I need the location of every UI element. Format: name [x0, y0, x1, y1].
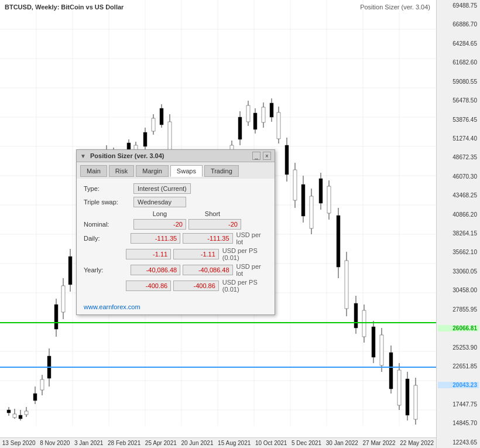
- svg-rect-118: [362, 310, 366, 337]
- dialog-tabs: Main Risk Margin Swaps Trading: [77, 162, 275, 179]
- svg-rect-128: [406, 379, 409, 415]
- price-tick: 35662.10: [438, 249, 479, 255]
- svg-rect-68: [160, 108, 163, 125]
- yearly-sub-short: -400.86: [173, 281, 219, 291]
- date-tick: 3 Jan 2021: [74, 440, 104, 446]
- nominal-label: Nominal:: [84, 221, 133, 228]
- yearly-label: Yearly:: [84, 266, 131, 273]
- svg-rect-100: [285, 145, 289, 175]
- svg-rect-124: [389, 353, 393, 389]
- price-tick: 61682.60: [438, 59, 479, 66]
- svg-rect-116: [354, 303, 358, 328]
- svg-rect-32: [25, 411, 28, 415]
- date-tick: 27 Mar 2022: [362, 440, 395, 446]
- dialog-body: Type: Interest (Current) Triple swap: We…: [77, 179, 275, 300]
- price-tick: 30458.00: [438, 287, 479, 293]
- price-tick: 40866.20: [438, 211, 479, 218]
- chart-area: BTCUSD, Weekly: BitCoin vs US Dollar Pos…: [0, 0, 480, 448]
- svg-rect-112: [337, 216, 340, 267]
- daily-sub-short: -1.11: [173, 249, 219, 259]
- svg-rect-98: [277, 112, 280, 139]
- svg-rect-90: [246, 105, 250, 122]
- yearly-sub-long: -400.86: [126, 281, 172, 291]
- daily-long: -111.35: [131, 233, 180, 244]
- svg-rect-92: [253, 113, 257, 129]
- price-tick: 43468.25: [438, 192, 479, 199]
- price-tick: 27855.95: [438, 306, 479, 313]
- price-tick: 33060.05: [438, 268, 479, 275]
- nominal-short: -20: [188, 219, 241, 230]
- tab-swaps[interactable]: Swaps: [170, 165, 203, 177]
- dialog-footer: www.earnforex.com: [77, 300, 275, 314]
- dialog-controls: _ ×: [252, 152, 271, 160]
- col-header-short: Short: [186, 210, 239, 217]
- daily-row: Daily: -111.35 -111.35 USD per lot: [84, 231, 268, 245]
- date-tick: 10 Oct 2021: [255, 440, 287, 446]
- svg-rect-88: [238, 117, 242, 139]
- date-tick: 15 Aug 2021: [218, 440, 251, 446]
- svg-rect-30: [19, 415, 22, 419]
- price-tick: 48672.35: [438, 154, 479, 160]
- svg-rect-40: [54, 305, 58, 329]
- svg-rect-106: [310, 196, 313, 228]
- column-headers: Long Short: [133, 210, 268, 217]
- footer-link[interactable]: www.earnforex.com: [84, 303, 140, 310]
- type-row: Type: Interest (Current): [84, 183, 268, 194]
- price-tick: 26066.81: [438, 325, 479, 331]
- date-tick: 20 Jun 2021: [181, 440, 213, 446]
- nominal-row: Nominal: -20 -20: [84, 219, 268, 230]
- price-tick: 17447.75: [438, 401, 479, 408]
- svg-rect-130: [414, 385, 417, 419]
- collapse-arrow-icon[interactable]: ▼: [80, 153, 86, 159]
- price-tick: 22651.85: [438, 363, 479, 370]
- dialog-titlebar: ▼ Position Sizer (ver. 3.04) _ ×: [77, 150, 275, 162]
- svg-rect-96: [270, 103, 273, 117]
- price-tick: 64284.65: [438, 40, 479, 47]
- date-tick: 22 May 2022: [400, 440, 434, 446]
- triple-swap-label: Triple swap:: [84, 199, 133, 206]
- daily-short: -111.35: [183, 233, 232, 244]
- date-tick: 8 Nov 2020: [40, 440, 70, 446]
- svg-rect-120: [372, 327, 375, 357]
- price-axis: 69488.75 66886.70 64284.65 61682.60 5908…: [436, 0, 480, 448]
- tab-main[interactable]: Main: [80, 165, 107, 177]
- price-tick: 69488.75: [438, 2, 479, 9]
- svg-rect-114: [345, 261, 348, 309]
- date-axis: 13 Sep 2020 8 Nov 2020 3 Jan 2021 28 Feb…: [0, 437, 436, 448]
- daily-label: Daily:: [84, 235, 131, 242]
- yearly-long: -40,086.48: [131, 265, 180, 275]
- price-tick: 25253.90: [438, 344, 479, 351]
- svg-rect-26: [7, 410, 11, 413]
- daily-sub-unit: USD per PS (0.01): [222, 247, 268, 261]
- price-tick: 12243.65: [438, 439, 479, 446]
- svg-rect-122: [380, 335, 383, 365]
- daily-sub-long: -1.11: [126, 249, 172, 259]
- svg-rect-34: [33, 394, 37, 401]
- date-tick: 28 Feb 2021: [108, 440, 140, 446]
- yearly-sub-row: -400.86 -400.86 USD per PS (0.01): [84, 279, 268, 293]
- type-label: Type:: [84, 185, 133, 192]
- svg-rect-110: [327, 186, 331, 213]
- col-header-long: Long: [133, 210, 186, 217]
- yearly-sub-unit: USD per PS (0.01): [222, 279, 268, 293]
- tab-risk[interactable]: Risk: [109, 165, 134, 177]
- price-tick: 38264.15: [438, 230, 479, 237]
- triple-swap-row: Triple swap: Wednesday: [84, 197, 268, 207]
- tab-margin[interactable]: Margin: [136, 165, 169, 177]
- svg-rect-36: [40, 379, 44, 390]
- yearly-row: Yearly: -40,086.48 -40,086.48 USD per lo…: [84, 263, 268, 277]
- triple-swap-value: Wednesday: [133, 197, 186, 207]
- date-tick: 30 Jan 2022: [326, 440, 358, 446]
- dialog-title: ▼ Position Sizer (ver. 3.04): [80, 152, 164, 159]
- close-button[interactable]: ×: [263, 152, 271, 160]
- svg-rect-64: [143, 132, 147, 146]
- daily-unit: USD per lot: [236, 231, 268, 245]
- yearly-unit: USD per lot: [236, 263, 268, 277]
- price-tick: 56478.50: [438, 97, 479, 104]
- nominal-long: -20: [133, 219, 186, 230]
- price-tick: 46070.30: [438, 173, 479, 180]
- svg-rect-42: [61, 286, 65, 312]
- daily-sub-row: -1.11 -1.11 USD per PS (0.01): [84, 247, 268, 261]
- minimize-button[interactable]: _: [252, 152, 260, 160]
- tab-trading[interactable]: Trading: [204, 165, 239, 177]
